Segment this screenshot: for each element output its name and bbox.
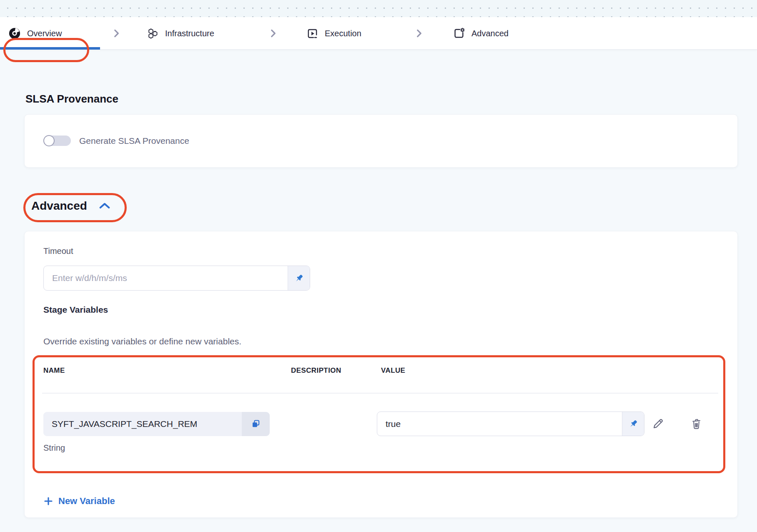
chevron-right-icon xyxy=(414,17,424,50)
timeout-input-group xyxy=(43,266,310,291)
plus-icon xyxy=(43,496,53,506)
generate-slsa-toggle[interactable] xyxy=(43,136,71,146)
chevron-right-icon xyxy=(111,17,122,50)
slsa-provenance-card: Generate SLSA Provenance xyxy=(24,114,738,168)
column-header-name: NAME xyxy=(43,366,65,375)
column-header-description: DESCRIPTION xyxy=(291,366,341,375)
stage-config-page: Overview Infrastructure xyxy=(0,0,757,532)
variable-name-group xyxy=(43,412,270,436)
advanced-section-title: Advanced xyxy=(31,199,87,213)
infrastructure-icon xyxy=(147,28,159,39)
advanced-tab-icon xyxy=(453,27,465,40)
generate-slsa-toggle-label: Generate SLSA Provenance xyxy=(79,136,189,146)
chevron-right-icon xyxy=(268,17,278,50)
advanced-card: Timeout Stage Variables Override existin… xyxy=(24,231,738,518)
timeout-input[interactable] xyxy=(44,266,288,290)
tab-execution[interactable]: Execution xyxy=(306,17,361,50)
tab-overview-label: Overview xyxy=(27,29,62,38)
value-pin-button[interactable] xyxy=(622,412,644,436)
timeout-pin-button[interactable] xyxy=(288,266,310,290)
slsa-provenance-heading: SLSA Provenance xyxy=(25,93,118,105)
variable-value-input[interactable] xyxy=(377,412,622,436)
copy-button[interactable] xyxy=(242,412,270,436)
active-tab-underline xyxy=(0,47,100,50)
table-header-divider xyxy=(42,393,718,394)
chevron-up-icon[interactable] xyxy=(98,201,111,211)
overview-icon xyxy=(8,27,21,40)
variable-value-group xyxy=(377,412,644,436)
stage-variables-description: Override existing variables or define ne… xyxy=(43,336,241,346)
column-header-value: VALUE xyxy=(381,366,405,375)
canvas-dots-background xyxy=(0,0,757,17)
timeout-label: Timeout xyxy=(43,246,73,256)
new-variable-button[interactable]: New Variable xyxy=(43,496,115,507)
toggle-knob xyxy=(43,135,55,146)
tab-execution-label: Execution xyxy=(325,29,361,38)
advanced-section-header[interactable]: Advanced xyxy=(31,199,111,213)
tab-infrastructure[interactable]: Infrastructure xyxy=(147,17,214,50)
edit-variable-button[interactable] xyxy=(651,416,666,431)
variable-name-input[interactable] xyxy=(43,412,242,436)
delete-variable-button[interactable] xyxy=(689,416,704,431)
new-variable-label: New Variable xyxy=(58,496,115,507)
tab-advanced[interactable]: Advanced xyxy=(453,17,509,50)
tab-overview[interactable]: Overview xyxy=(8,17,62,50)
tab-advanced-label: Advanced xyxy=(471,29,509,38)
stage-tab-bar: Overview Infrastructure xyxy=(0,17,757,50)
variable-type-label: String xyxy=(43,443,65,453)
execution-icon xyxy=(306,28,318,40)
tab-infrastructure-label: Infrastructure xyxy=(165,29,214,38)
stage-variables-heading: Stage Variables xyxy=(43,305,108,315)
